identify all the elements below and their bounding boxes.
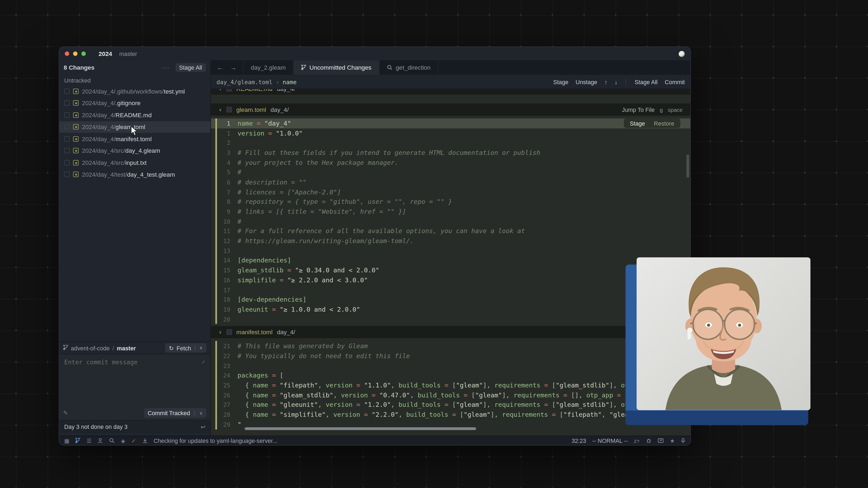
layout-panels-icon[interactable]: ▦	[64, 437, 69, 444]
file-row[interactable]: 2024/day_4/.github/workflows/test.yml	[59, 85, 210, 97]
stage-all-button[interactable]: Stage All	[175, 63, 206, 72]
bug-icon[interactable]	[646, 438, 652, 444]
code-line[interactable]: 8# repository = { type = "github", user …	[211, 197, 690, 207]
undo-icon[interactable]: ↩	[200, 424, 205, 430]
fetch-button[interactable]: ↻ Fetch ∨	[165, 343, 207, 353]
code-line[interactable]: 25 { name = "filepath", version = "1.1.0…	[211, 380, 690, 390]
person-icon[interactable]	[98, 438, 103, 444]
list-icon[interactable]: ☰	[87, 437, 91, 444]
file-row[interactable]: 2024/day_4/test/day_4_test.gleam	[59, 169, 210, 180]
code-line[interactable]: 18[dev-dependencies]	[211, 295, 690, 304]
stage-checkbox[interactable]	[64, 148, 70, 154]
code-line[interactable]: 19gleeunit = "≥ 1.0.0 and < 2.0.0"	[211, 304, 690, 314]
search-icon[interactable]	[109, 438, 115, 444]
code-line[interactable]: 2	[211, 138, 690, 148]
code-line[interactable]: 1version = "1.0.0"	[211, 128, 690, 138]
chevron-down-icon[interactable]: ∨	[219, 89, 222, 91]
repo-name[interactable]: advent-of-code	[71, 345, 110, 352]
file-row[interactable]: 2024/day_4/.gitignore	[59, 97, 210, 109]
tab-day-2-gleam[interactable]: day_2.gleam	[243, 60, 293, 75]
commit-message-input[interactable]	[59, 354, 210, 406]
stage-checkbox[interactable]	[64, 100, 70, 106]
code-line[interactable]: 27 { name = "gleeunit", version = "1.2.0…	[211, 400, 690, 410]
stage-hunk-button[interactable]: Stage	[625, 119, 649, 127]
next-hunk-button[interactable]: ↓	[614, 78, 617, 85]
code-line[interactable]: 24packages = [	[211, 370, 690, 380]
code-line[interactable]: 16simplifile = "≥ 2.2.0 and < 3.0.0"	[211, 275, 690, 285]
code-line[interactable]: 4# your project to the Hex package manag…	[211, 158, 690, 167]
code-line[interactable]: 26 { name = "gleam_stdlib", version = "0…	[211, 390, 690, 400]
check-icon[interactable]: ✓	[131, 437, 136, 444]
back-button[interactable]: ←	[217, 64, 223, 71]
vertical-scrollbar[interactable]	[686, 154, 689, 178]
stage-button[interactable]: Stage	[553, 78, 568, 85]
code-line[interactable]: 15gleam_stdlib = "≥ 0.34.0 and < 2.0.0"	[211, 265, 690, 275]
stage-checkbox[interactable]	[226, 89, 232, 91]
excerpt-header-gleam-toml[interactable]: ∨ gleam.toml day_4/ Jump To File g space	[211, 103, 690, 116]
stage-checkbox[interactable]	[64, 160, 70, 165]
repo-branch[interactable]: master	[117, 345, 136, 352]
prev-hunk-button[interactable]: ↑	[604, 78, 608, 85]
code-line[interactable]: 7# licences = ["Apache-2.0"]	[211, 187, 690, 196]
code-line[interactable]: 1name = "day_4"	[211, 119, 690, 128]
chevron-down-icon[interactable]: ∨	[219, 107, 222, 112]
zoom-window-button[interactable]	[82, 51, 86, 56]
code-line[interactable]: 17	[211, 285, 690, 295]
code-line[interactable]: 28 { name = "simplifile", version = "2.2…	[211, 410, 690, 420]
code-line[interactable]: 20	[211, 314, 690, 324]
stage-checkbox[interactable]	[64, 88, 70, 94]
restore-hunk-button[interactable]: Restore	[649, 119, 679, 127]
diff-multibuffer[interactable]: ∨ README.md day_4/ ∨ gleam.toml day_4/ J…	[211, 89, 690, 435]
stage-checkbox[interactable]	[64, 112, 70, 118]
code-line[interactable]: 23	[211, 361, 690, 370]
git-branch-icon[interactable]	[75, 437, 81, 444]
code-line[interactable]: 21# This file was generated by Gleam	[211, 341, 690, 351]
excerpt-header-manifest-toml[interactable]: ∨ manifest.toml day_4/	[211, 326, 690, 338]
code-line[interactable]: 5#	[211, 167, 690, 177]
recent-commit-row[interactable]: Day 3 not done on day 3 ↩	[59, 420, 210, 433]
cursor-position[interactable]: 32:23	[572, 437, 586, 444]
chevron-down-icon[interactable]: ∨	[199, 410, 203, 416]
chevron-down-icon[interactable]: ∨	[199, 345, 203, 350]
mic-icon[interactable]	[681, 437, 685, 444]
code-line[interactable]: 10#	[211, 216, 690, 226]
stage-checkbox[interactable]	[64, 136, 70, 142]
stage-checkbox[interactable]	[64, 172, 70, 178]
minimize-window-button[interactable]	[73, 51, 78, 56]
download-icon[interactable]	[142, 438, 148, 444]
profile-avatar[interactable]	[679, 51, 685, 57]
sparkle-icon[interactable]: ★	[670, 437, 675, 444]
file-row[interactable]: 2024/day_4/README.md	[59, 109, 210, 121]
stage-checkbox[interactable]	[226, 107, 232, 112]
stage-checkbox[interactable]	[64, 124, 70, 130]
file-row[interactable]: 2024/day_4/src/input.txt	[59, 157, 210, 169]
breadcrumb[interactable]: day_4/gleam.toml › name	[216, 78, 297, 85]
unstage-button[interactable]: Unstage	[576, 78, 597, 85]
close-window-button[interactable]	[65, 51, 69, 56]
tab-get-direction[interactable]: get_direction	[379, 60, 438, 75]
code-line[interactable]: 13	[211, 246, 690, 255]
code-line[interactable]: 3# Fill out these fields if you intend t…	[211, 148, 690, 158]
tab-uncommitted-changes[interactable]: Uncommitted Changes	[293, 60, 379, 75]
horizontal-scrollbar[interactable]	[245, 427, 476, 430]
screen-share-icon[interactable]	[658, 438, 664, 444]
stage-checkbox[interactable]	[226, 330, 232, 335]
jump-to-file-button[interactable]: Jump To File	[622, 106, 655, 113]
file-row[interactable]: 2024/day_4/src/day_4.gleam	[59, 145, 210, 156]
code-line[interactable]: 22# You typically do not need to edit th…	[211, 351, 690, 361]
code-line[interactable]: 12# https://gleam.run/writing-gleam/glea…	[211, 236, 690, 246]
diamond-icon[interactable]: ◈	[121, 437, 125, 444]
zed-predict-icon[interactable]: z+	[634, 437, 640, 444]
forward-button[interactable]: →	[230, 64, 236, 71]
code-line[interactable]: 6# description = ""	[211, 177, 690, 187]
commit-button[interactable]: Commit	[665, 78, 685, 85]
excerpt-header-readme[interactable]: ∨ README.md day_4/	[211, 89, 690, 95]
stage-all-button[interactable]: Stage All	[634, 78, 657, 85]
code-line[interactable]: 11# For a full reference of all the avai…	[211, 226, 690, 236]
commit-tracked-button[interactable]: Commit Tracked ∨	[144, 408, 207, 418]
chevron-down-icon[interactable]: ∨	[219, 330, 222, 335]
code-line[interactable]: 9# links = [{ title = "Website", href = …	[211, 207, 690, 216]
code-line[interactable]: 14[dependencies]	[211, 255, 690, 265]
generate-message-icon[interactable]: ✎	[63, 409, 68, 417]
more-menu-icon[interactable]: ···	[162, 64, 170, 71]
